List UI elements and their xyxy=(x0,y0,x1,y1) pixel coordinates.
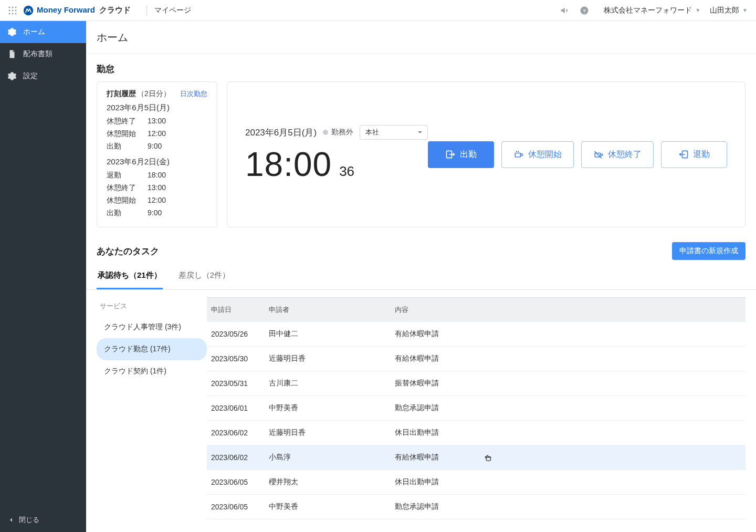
user-menu[interactable]: 山田太郎 ▼ xyxy=(710,6,748,15)
table-row[interactable]: 2023/06/02小島淳有給休暇申請 xyxy=(207,445,746,470)
cell-applicant: 近藤明日香 xyxy=(269,428,395,437)
logo-text-cloud: クラウド xyxy=(99,5,131,14)
location-select[interactable]: 本社 xyxy=(360,125,428,140)
product-logo[interactable]: Money Forward クラウド xyxy=(23,5,131,16)
clock-status-label: 勤務外 xyxy=(331,128,353,137)
header-divider xyxy=(146,5,147,16)
service-item-contract[interactable]: クラウド契約 (1件) xyxy=(97,360,207,382)
cell-content: 有給休暇申請 xyxy=(395,329,741,339)
svg-point-8 xyxy=(15,13,16,14)
history-value: 13:00 xyxy=(148,117,166,126)
tab-returned[interactable]: 差戻し（2件） xyxy=(177,263,231,289)
cell-date: 2023/06/01 xyxy=(211,404,269,412)
clock-time: 18:00 36 xyxy=(245,145,428,184)
cell-date: 2023/05/26 xyxy=(211,330,269,338)
history-label: 退勤 xyxy=(107,171,148,180)
history-label: 休憩終了 xyxy=(107,117,148,126)
document-icon xyxy=(7,49,17,59)
history-label: 休憩開始 xyxy=(107,196,148,205)
company-switcher[interactable]: 株式会社マネーフォワード ▼ xyxy=(604,6,700,15)
apps-grid-icon[interactable] xyxy=(8,6,17,15)
break-end-label: 休憩終了 xyxy=(608,149,642,160)
cell-content: 休日出勤申請 xyxy=(395,477,741,487)
sidebar-item-label: ホーム xyxy=(23,27,45,37)
cell-content: 休日出勤申請 xyxy=(395,428,741,437)
cursor-hand-icon xyxy=(484,454,492,462)
history-value: 18:00 xyxy=(148,171,166,180)
service-label: クラウド契約 (1件) xyxy=(104,367,166,375)
attendance-section-title: 勤怠 xyxy=(97,63,746,75)
logo-text-mf: Money Forward xyxy=(37,5,95,14)
sidebar-collapse-button[interactable]: 閉じる xyxy=(0,508,86,532)
history-row: 休憩終了13:00 xyxy=(107,182,207,194)
history-row: 出勤9:00 xyxy=(107,207,207,220)
sidebar-item-documents[interactable]: 配布書類 xyxy=(0,43,86,65)
svg-point-5 xyxy=(15,9,16,11)
cell-applicant: 古川康二 xyxy=(269,379,395,388)
chevron-left-icon xyxy=(7,516,15,524)
cell-content: 勤怠承認申請 xyxy=(395,502,741,512)
help-icon[interactable]: ? xyxy=(580,6,589,15)
clock-out-label: 退勤 xyxy=(693,149,710,160)
history-date: 2023年6月5日(月) xyxy=(107,103,207,113)
table-row[interactable]: 2023/06/01中野美香勤怠承認申請 xyxy=(207,396,746,421)
cell-date: 2023/06/05 xyxy=(211,503,269,511)
sidebar-item-home[interactable]: ホーム xyxy=(0,21,86,43)
service-heading: サービス xyxy=(100,301,207,311)
service-label: クラウド勤怠 (17件) xyxy=(104,345,171,353)
service-item-attendance[interactable]: クラウド勤怠 (17件) xyxy=(97,338,207,360)
tasks-section-title: あなたのタスク xyxy=(97,245,159,257)
clock-out-button[interactable]: 退勤 xyxy=(661,141,727,168)
history-row: 出勤9:00 xyxy=(107,140,207,153)
punch-history-card: 打刻履歴（2日分） 日次勤怠 2023年6月5日(月)休憩終了13:00休憩開始… xyxy=(97,81,217,227)
col-applicant: 申請者 xyxy=(269,305,395,315)
cell-applicant: 中野美香 xyxy=(269,502,395,512)
cell-content: 振替休暇申請 xyxy=(395,379,741,388)
service-item-hr[interactable]: クラウド人事管理 (3件) xyxy=(97,316,207,338)
new-request-button[interactable]: 申請書の新規作成 xyxy=(672,242,746,260)
cell-applicant: 櫻井翔太 xyxy=(269,477,395,487)
header-page-label: マイページ xyxy=(154,6,191,15)
table-row[interactable]: 2023/05/30近藤明日香有給休暇申請 xyxy=(207,347,746,371)
history-value: 9:00 xyxy=(148,142,162,151)
cell-content: 有給休暇申請 xyxy=(395,453,741,462)
cell-applicant: 田中健二 xyxy=(269,329,395,339)
table-row[interactable]: 2023/05/26田中健二有給休暇申請 xyxy=(207,322,746,347)
table-row[interactable]: 2023/05/31古川康二振替休暇申請 xyxy=(207,371,746,396)
gear-icon xyxy=(7,71,17,81)
clock-ss: 36 xyxy=(339,163,354,180)
tab-pending[interactable]: 承認待ち（21件） xyxy=(97,263,163,289)
history-value: 9:00 xyxy=(148,208,162,218)
enter-icon xyxy=(445,149,456,160)
sidebar-collapse-label: 閉じる xyxy=(19,515,39,525)
user-name: 山田太郎 xyxy=(710,6,739,15)
exit-icon xyxy=(678,149,689,160)
coffee-off-icon xyxy=(593,149,604,160)
cell-applicant: 小島淳 xyxy=(269,453,395,462)
tab-label: 差戻し（2件） xyxy=(178,270,230,279)
announce-icon[interactable] xyxy=(560,6,569,15)
svg-point-2 xyxy=(15,6,16,8)
chevron-down-icon: ▼ xyxy=(695,7,700,13)
table-row[interactable]: 2023/06/05櫻井翔太休日出勤申請 xyxy=(207,470,746,495)
table-row[interactable]: 2023/06/05中野美香勤怠承認申請 xyxy=(207,495,746,519)
status-dot-icon xyxy=(323,130,328,135)
svg-point-0 xyxy=(8,6,10,8)
daily-attendance-link[interactable]: 日次勤怠 xyxy=(180,89,207,99)
clock-date: 2023年6月5日(月) xyxy=(245,127,317,139)
table-row[interactable]: 2023/06/02近藤明日香休日出勤申請 xyxy=(207,421,746,445)
cell-date: 2023/06/02 xyxy=(211,429,269,437)
sidebar-item-settings[interactable]: 設定 xyxy=(0,65,86,87)
break-start-button[interactable]: 休憩開始 xyxy=(501,141,574,168)
company-name: 株式会社マネーフォワード xyxy=(604,6,692,15)
request-table: 申請日 申請者 内容 2023/05/26田中健二有給休暇申請2023/05/3… xyxy=(207,297,746,519)
history-label: 休憩終了 xyxy=(107,183,148,193)
cell-applicant: 近藤明日香 xyxy=(269,354,395,363)
history-row: 休憩開始12:00 xyxy=(107,194,207,207)
svg-text:?: ? xyxy=(583,7,586,13)
main-content: ホーム 勤怠 打刻履歴（2日分） 日次勤怠 2023年6月5日(月)休憩終了13… xyxy=(86,21,756,532)
break-end-button[interactable]: 休憩終了 xyxy=(581,141,654,168)
clock-in-button[interactable]: 出勤 xyxy=(428,141,494,168)
history-value: 12:00 xyxy=(148,129,166,139)
sidebar: ホーム 配布書類 設定 閉じる xyxy=(0,21,86,532)
